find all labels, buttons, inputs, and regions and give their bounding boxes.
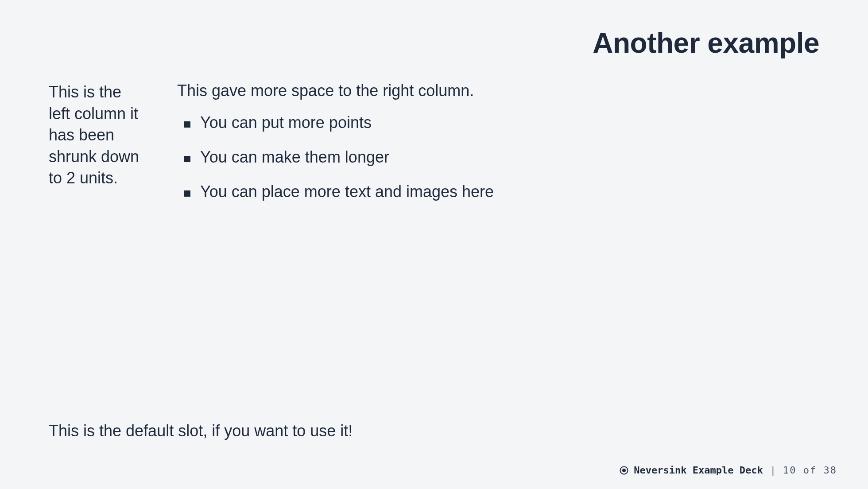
page-total: 38 xyxy=(824,465,837,476)
svg-point-1 xyxy=(622,469,626,472)
right-column-intro: This gave more space to the right column… xyxy=(177,82,819,100)
bullet-item: You can place more text and images here xyxy=(177,182,819,201)
bullet-list: You can put more points You can make the… xyxy=(177,113,819,201)
left-column-text: This is the left column it has been shru… xyxy=(49,82,146,189)
right-column: This gave more space to the right column… xyxy=(177,82,819,422)
default-slot-text: This is the default slot, if you want to… xyxy=(49,422,819,440)
page-of: of xyxy=(803,465,817,476)
bullet-item: You can put more points xyxy=(177,113,819,132)
bullet-item: You can make them longer xyxy=(177,148,819,167)
deck-name: Neversink Example Deck xyxy=(634,465,763,476)
columns-container: This is the left column it has been shru… xyxy=(49,82,819,422)
slide-title: Another example xyxy=(49,27,819,59)
slide-footer: Neversink Example Deck | 10 of 38 xyxy=(620,465,837,476)
footer-separator: | xyxy=(770,465,776,476)
slide: Another example This is the left column … xyxy=(0,0,868,489)
page-current: 10 xyxy=(783,465,797,476)
page-indicator: 10 of 38 xyxy=(783,465,837,476)
deck-icon xyxy=(620,466,628,475)
left-column: This is the left column it has been shru… xyxy=(49,82,146,422)
